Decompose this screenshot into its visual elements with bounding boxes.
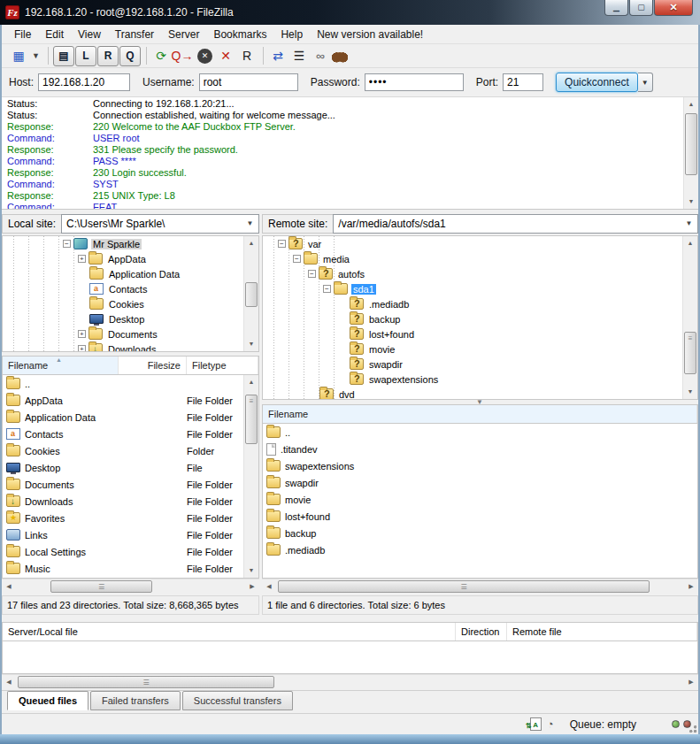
remote-file-row[interactable]: lost+found — [263, 508, 697, 525]
minimize-button[interactable]: ▁ — [604, 0, 628, 16]
local-file-row[interactable]: FavoritesFile Folder — [3, 510, 243, 526]
process-queue-icon[interactable]: Q→ — [173, 46, 192, 65]
scroll-up-icon[interactable]: ▲ — [244, 375, 258, 389]
local-tree-item[interactable]: Desktop — [3, 311, 243, 326]
remote-file-row[interactable]: swapdir — [263, 474, 697, 491]
menu-item-transfer[interactable]: Transfer — [108, 27, 161, 42]
quickconnect-button[interactable]: Quickconnect — [556, 73, 638, 92]
log-scroll-thumb[interactable] — [685, 113, 697, 175]
remote-file-row[interactable]: backup — [263, 525, 697, 541]
scroll-left-icon[interactable]: ◀ — [2, 579, 16, 594]
local-col-filename[interactable]: Filename ▲ — [3, 357, 119, 374]
queue-col-direction[interactable]: Direction — [456, 623, 507, 640]
local-file-row[interactable]: MusicFile Folder — [3, 560, 243, 577]
local-tree-item[interactable]: +Downloads — [3, 341, 243, 352]
remote-tree-item[interactable]: lost+found — [263, 326, 682, 341]
remote-tree-scroll-thumb[interactable]: ≡ — [684, 332, 696, 374]
local-tree-item[interactable]: Application Data — [3, 266, 243, 281]
local-tree-item[interactable]: Cookies — [3, 296, 243, 311]
scroll-right-icon[interactable]: ▶ — [245, 579, 259, 594]
menu-item-new-version-available[interactable]: New version available! — [310, 27, 430, 42]
local-file-row[interactable]: Local SettingsFile Folder — [3, 543, 243, 560]
maximize-button[interactable]: ▢ — [629, 0, 653, 16]
scroll-down-icon[interactable]: ▼ — [244, 337, 258, 351]
remote-file-row[interactable]: movie — [263, 491, 697, 508]
menu-item-help[interactable]: Help — [273, 27, 310, 42]
local-file-row[interactable]: ContactsFile Folder — [3, 426, 243, 442]
synchronized-browsing-icon[interactable]: ∞ — [311, 46, 330, 65]
expander-minus-icon[interactable]: − — [63, 240, 71, 248]
local-tree-scrollbar[interactable]: ▲ ▼ — [243, 236, 258, 351]
tab-queued-files[interactable]: Queued files — [7, 691, 88, 710]
remote-list-hscroll-thumb[interactable]: ☰ — [278, 580, 650, 593]
scroll-right-icon[interactable]: ▶ — [684, 675, 698, 689]
menu-item-edit[interactable]: Edit — [38, 27, 71, 42]
local-tree-item[interactable]: +AppData — [3, 251, 243, 266]
remote-tree-item[interactable]: −media — [263, 251, 682, 266]
title-bar[interactable]: Fz 192.168.1.20 - root@192.168.1.20 - Fi… — [0, 0, 700, 25]
remote-file-row[interactable]: .titandev — [263, 441, 697, 457]
queue-hscrollbar[interactable]: ◀ ▶ ☰ — [2, 674, 698, 689]
scroll-up-icon[interactable]: ▲ — [684, 97, 698, 111]
local-file-row[interactable]: CookiesFolder — [3, 442, 243, 459]
local-file-row[interactable]: Application DataFile Folder — [3, 409, 243, 426]
local-tree-item[interactable]: Contacts — [3, 281, 243, 296]
toggle-local-tree-icon[interactable]: L — [75, 46, 96, 66]
local-site-combobox[interactable]: C:\Users\Mr Sparkle\ ▼ — [61, 214, 259, 234]
expander-minus-icon[interactable]: − — [278, 240, 286, 248]
remote-file-row[interactable]: .. — [263, 424, 697, 441]
local-col-filetype[interactable]: Filetype — [187, 357, 258, 374]
scroll-down-icon[interactable]: ▼ — [684, 195, 698, 209]
remote-file-list[interactable]: ...titandevswapextensionsswapdirmovielos… — [262, 424, 698, 579]
host-input[interactable] — [38, 73, 130, 91]
remote-directory-tree[interactable]: −var−media−autofs−sda1.mediadbbackuplost… — [262, 235, 698, 400]
local-file-list[interactable]: ..AppDataFile FolderApplication DataFile… — [2, 375, 259, 579]
remote-tree-item[interactable]: swapdir — [263, 357, 682, 372]
queue-col-remote-file[interactable]: Remote file — [507, 623, 697, 640]
quickconnect-dropdown-button[interactable]: ▼ — [638, 73, 653, 92]
local-list-scrollbar[interactable]: ▲ ▼ ≡ — [243, 375, 258, 578]
menu-item-bookmarks[interactable]: Bookmarks — [206, 27, 273, 42]
scroll-left-icon[interactable]: ◀ — [262, 579, 276, 594]
remote-site-combobox[interactable]: /var/media/autofs/sda1 ▼ — [333, 214, 698, 234]
menu-item-file[interactable]: File — [7, 27, 38, 42]
local-tree-item[interactable]: −Mr Sparkle — [3, 236, 243, 251]
local-directory-tree[interactable]: −Mr Sparkle+AppDataApplication DataConta… — [2, 235, 259, 352]
remote-tree-item[interactable]: swapextensions — [263, 372, 682, 387]
remote-file-row[interactable]: .mediadb — [263, 541, 697, 558]
expander-minus-icon[interactable]: − — [293, 255, 301, 263]
close-button[interactable]: ✕ — [654, 0, 693, 16]
cancel-icon[interactable]: ✕ — [197, 49, 212, 64]
chevron-down-icon[interactable]: ▼ — [682, 217, 696, 231]
local-list-scroll-thumb[interactable]: ≡ — [245, 395, 258, 444]
local-file-row[interactable]: DownloadsFile Folder — [3, 493, 243, 510]
scroll-down-icon[interactable]: ▼ — [244, 564, 258, 578]
local-col-filesize[interactable]: Filesize — [119, 357, 187, 374]
scroll-up-icon[interactable]: ▲ — [683, 236, 697, 250]
reconnect-icon[interactable]: R — [237, 46, 257, 65]
chevron-down-icon[interactable]: ▼ — [243, 217, 257, 231]
toggle-queue-icon[interactable]: Q — [119, 46, 141, 66]
local-file-row[interactable]: LinksFile Folder — [3, 526, 243, 543]
remote-list-hscrollbar[interactable]: ◀ ▶ ☰ — [262, 579, 698, 594]
expander-plus-icon[interactable]: + — [78, 345, 86, 352]
resize-grip[interactable] — [687, 723, 697, 733]
queue-list[interactable] — [2, 641, 698, 674]
scroll-up-icon[interactable]: ▲ — [244, 236, 258, 250]
local-tree-item[interactable]: +Documents — [3, 326, 243, 341]
remote-col-filename[interactable]: Filename — [263, 405, 697, 423]
local-list-hscroll-thumb[interactable]: ☰ — [50, 580, 152, 593]
remote-tree-item[interactable]: backup — [263, 311, 682, 326]
toggle-remote-tree-icon[interactable]: R — [97, 46, 119, 66]
queue-hscroll-thumb[interactable]: ☰ — [18, 676, 274, 688]
site-manager-dropdown-icon[interactable]: ▼ — [30, 46, 42, 65]
tab-failed-transfers[interactable]: Failed transfers — [90, 691, 181, 710]
tab-successful-transfers[interactable]: Successful transfers — [182, 691, 293, 710]
scroll-left-icon[interactable]: ◀ — [2, 675, 16, 689]
expander-minus-icon[interactable]: − — [323, 285, 331, 293]
remote-tree-scrollbar[interactable]: ▲ ▼ ≡ — [682, 236, 697, 399]
expander-plus-icon[interactable]: + — [78, 330, 86, 338]
expander-minus-icon[interactable]: − — [308, 270, 316, 278]
queue-col-server-local-file[interactable]: Server/Local file — [3, 623, 456, 640]
compare-directories-icon[interactable]: ⇄ — [268, 46, 288, 65]
